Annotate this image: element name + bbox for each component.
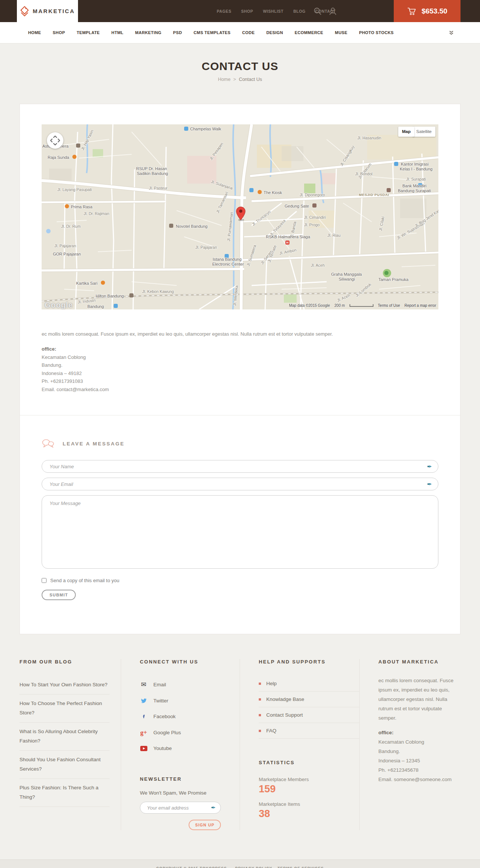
contact-intro-text: ec mollis lorem consequat. Fusce ipsum e…	[42, 330, 438, 338]
breadcrumb-home[interactable]: Home	[218, 77, 230, 82]
breadcrumb-current: Contact Us	[239, 77, 262, 82]
user-account-icon[interactable]	[329, 7, 337, 15]
connect-link-email[interactable]: ✉ Email	[140, 676, 240, 693]
top-nav-wishlist[interactable]: WISHLIST	[263, 9, 284, 13]
map-label: Kelas I - Bandung	[400, 167, 404, 171]
map-label: RSKB Halmahera Siaga	[266, 235, 270, 239]
category-nav-item[interactable]: MARKETING	[135, 30, 161, 35]
map-pan-control[interactable]	[47, 132, 63, 149]
privacy-policy-link[interactable]: PRIVACY POLICY	[235, 867, 272, 868]
help-link-label: Contact Support	[266, 712, 303, 718]
category-nav-item[interactable]: CODE	[242, 30, 255, 35]
help-link-label: FAQ	[266, 728, 276, 734]
bullet-icon	[259, 730, 261, 732]
about-address-line: Indonesia – 12345	[378, 756, 460, 765]
category-nav-item[interactable]: SHOP	[53, 30, 65, 35]
map-label: Jl. Surapati	[406, 177, 426, 181]
connect-link-google-plus[interactable]: g+ Google Plus	[140, 725, 240, 741]
blog-heading: FROM OUR BLOG	[20, 659, 110, 665]
top-bar: MARKETICA PAGES SHOP WISHLIST BLOG CONTA…	[0, 0, 480, 22]
map-label: Jl. Pasteur	[149, 186, 168, 190]
blog-link[interactable]: Should You Use Fashion Consultant Servic…	[20, 751, 110, 779]
map-poi-icon	[72, 155, 76, 159]
newsletter-tagline: We Won't Spam, We Promise	[140, 790, 240, 796]
blog-link[interactable]: Plus Size Fashion: Is There Such a Thing…	[20, 779, 110, 807]
connect-label: Email	[153, 682, 166, 687]
signup-button[interactable]: SIGN UP	[189, 820, 221, 830]
map-label: Istana Bandung	[213, 257, 217, 261]
map-poi-icon	[101, 281, 105, 285]
satellite-view-button[interactable]: Satellite	[412, 127, 435, 137]
connect-label: Twitter	[153, 698, 168, 704]
help-link[interactable]: Help	[259, 676, 359, 692]
category-nav-item[interactable]: TEMPLATE	[76, 30, 100, 35]
map-poi-icon	[76, 143, 80, 148]
top-nav-shop[interactable]: SHOP	[241, 9, 253, 13]
stat-members-label: Marketplace Members	[259, 777, 359, 782]
map-poi-icon	[394, 162, 398, 166]
help-link[interactable]: Contact Support	[259, 707, 359, 723]
connect-link-youtube[interactable]: Youtube	[140, 741, 240, 756]
map-label: Jl. Diponegoro	[300, 193, 325, 197]
blog-link[interactable]: How To Start Your Own Fashion Store?	[20, 676, 110, 695]
category-nav-item[interactable]: CMS TEMPLATES	[194, 30, 231, 35]
blog-link[interactable]: How To Choose The Perfect Fashion Store?	[20, 695, 110, 723]
copyright-text: COPYRIGHT © 2015 TOKOPRESS	[156, 867, 227, 868]
google-map[interactable]: Champelas Walk Jl. Hasanudin Jl. Pesapen…	[42, 124, 438, 309]
category-nav-item[interactable]: DESIGN	[266, 30, 283, 35]
about-address-line: Kecamatan Coblong	[378, 737, 460, 747]
send-copy-checkbox[interactable]	[42, 578, 46, 583]
email-icon: ✉	[141, 681, 146, 688]
map-scale-bar	[350, 304, 374, 307]
help-link[interactable]: Knowladge Base	[259, 692, 359, 707]
map-attribution: Map data ©2015 Google 200 m Terms of Use…	[289, 303, 436, 308]
statistics-heading: STATISTICS	[259, 760, 359, 765]
map-label: Jl. Riau	[327, 233, 340, 238]
help-link[interactable]: FAQ	[259, 723, 359, 739]
about-text: ec mollis lorem consequat. Fusce ipsum e…	[378, 676, 460, 723]
office-address-line: Kecamatan Coblong	[42, 353, 438, 362]
cart-total: $653.50	[422, 7, 447, 15]
map-poi-icon	[129, 293, 134, 297]
report-map-error-link[interactable]: Report a map error	[405, 303, 436, 308]
name-input[interactable]	[42, 460, 438, 473]
map-poi-icon	[65, 204, 69, 208]
category-nav-item[interactable]: ECOMMERCE	[295, 30, 323, 35]
logo[interactable]: MARKETICA	[17, 0, 78, 22]
statistics-block: STATISTICS Marketplace Members 159 Marke…	[259, 760, 359, 820]
category-nav-item[interactable]: PSD	[173, 30, 182, 35]
map-label: Bandung	[87, 304, 92, 308]
map-label: Jl. Dr. Rum	[61, 224, 81, 229]
submit-button[interactable]: SUBMIT	[42, 590, 76, 600]
map-label: The Kiosk	[264, 190, 268, 194]
map-label: Kantor Imigrasi	[401, 162, 405, 166]
terms-of-use-link[interactable]: Terms of Use	[378, 303, 400, 308]
chat-bubbles-icon	[42, 439, 54, 449]
brand-name: MARKETICA	[33, 8, 75, 14]
map-view-button[interactable]: Map	[398, 127, 414, 137]
chevron-down-icon[interactable]	[449, 30, 454, 35]
map-poi-icon	[384, 271, 388, 275]
map-label: Jl. Bondol	[355, 172, 372, 176]
map-label: Electronic Center	[212, 262, 216, 266]
map-label: RSUP Dr. Hasan	[136, 166, 140, 170]
connect-link-twitter[interactable]: Twitter	[140, 693, 240, 708]
top-nav-pages[interactable]: PAGES	[217, 9, 231, 13]
message-textarea[interactable]	[42, 495, 438, 569]
search-icon[interactable]	[314, 7, 322, 15]
newsletter-email-input[interactable]	[140, 802, 221, 814]
category-nav-item[interactable]: MUSE	[335, 30, 347, 35]
category-nav-item[interactable]: PHOTO STOCKS	[359, 30, 393, 35]
office-address-block: office: Kecamatan Coblong Bandung. Indon…	[42, 345, 438, 393]
map-label: Bank Mandiri	[402, 184, 406, 188]
blog-link[interactable]: What is So Alluring About Celebrity Fash…	[20, 723, 110, 751]
category-nav-item[interactable]: HTML	[111, 30, 123, 35]
terms-of-services-link[interactable]: TERMS OF SERVICES	[278, 867, 324, 868]
cart-button[interactable]: $653.50	[394, 0, 460, 22]
office-address-line: Email. contact@marketica.com	[42, 385, 438, 394]
category-nav-item[interactable]: HOME	[28, 30, 41, 35]
top-nav-blog[interactable]: BLOG	[293, 9, 306, 13]
connect-link-facebook[interactable]: Facebook	[140, 708, 240, 725]
map-label: Kartika Sari	[76, 281, 80, 285]
email-input[interactable]	[42, 478, 438, 490]
